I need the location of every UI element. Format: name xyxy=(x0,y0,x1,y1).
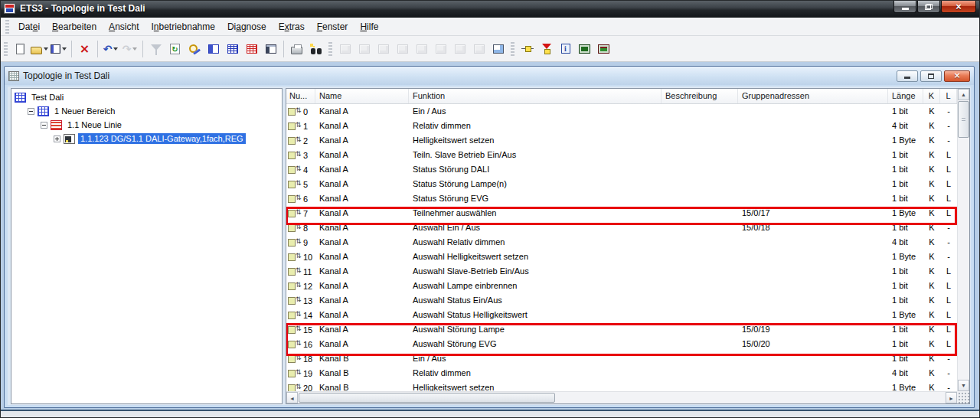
cell-k: K xyxy=(923,293,940,308)
minimize-button[interactable] xyxy=(893,1,916,13)
new-project-button[interactable] xyxy=(11,40,29,58)
cell-funktion: Auswahl Störung EVG xyxy=(409,337,662,351)
tree-node-linie[interactable]: 1.1 Neue Linie xyxy=(11,118,282,132)
scroll-up-icon[interactable]: ▲ xyxy=(958,89,969,100)
filter-button[interactable] xyxy=(147,40,165,58)
undo-caret[interactable] xyxy=(113,47,118,53)
comm-object-icon xyxy=(288,194,302,203)
col-header-l[interactable]: L xyxy=(940,89,957,103)
cell-name: Kanal B xyxy=(315,351,409,366)
col-header-grp[interactable]: Gruppenadressen xyxy=(738,89,888,103)
menu-inbetriebnahme[interactable]: Inbetriebnahme xyxy=(145,19,220,34)
topology-restore-button[interactable] xyxy=(920,70,942,82)
scroll-down-icon[interactable]: ▼ xyxy=(958,380,969,391)
horizontal-scrollbar[interactable]: ◄ ► xyxy=(286,391,957,403)
toolbar-gripper[interactable] xyxy=(328,42,332,56)
col-header-len[interactable]: Länge xyxy=(888,89,923,103)
connect-button[interactable] xyxy=(518,40,536,58)
open-project-caret[interactable] xyxy=(44,47,48,53)
topology-minimize-button[interactable] xyxy=(897,70,918,82)
horizontal-scroll-thumb[interactable] xyxy=(299,393,555,403)
table-view-button[interactable] xyxy=(224,40,241,58)
undo-button[interactable]: ↶ xyxy=(102,40,119,58)
menu-ansicht[interactable]: Ansicht xyxy=(103,19,145,34)
table-row-4[interactable]: 4Kanal AStatus Störung DALI1 bitKL xyxy=(286,162,957,177)
tree-node-bereich[interactable]: 1 Neuer Bereich xyxy=(11,104,282,118)
cell-k: K xyxy=(923,206,940,220)
menubar-gripper[interactable] xyxy=(5,20,9,34)
table-row-19[interactable]: 19Kanal BRelativ dimmen4 bitK- xyxy=(286,366,957,380)
table-row-7[interactable]: 7Kanal ATeilnehmer auswählen15/0/171 Byt… xyxy=(286,206,957,220)
diagnostics-monitor-button[interactable] xyxy=(576,40,593,58)
table-row-10[interactable]: 10Kanal AAuswahl Helligkeitswert setzen1… xyxy=(286,250,957,264)
group-addresses-view-button[interactable] xyxy=(243,40,260,58)
toolbar-gripper[interactable] xyxy=(4,42,8,56)
split-view-button[interactable] xyxy=(262,40,279,58)
open-project-button[interactable] xyxy=(31,40,48,58)
col-header-num[interactable]: Nu... xyxy=(286,89,315,103)
delete-button[interactable]: × xyxy=(76,40,93,58)
table-row-1[interactable]: 1Kanal ARelativ dimmen4 bitK- xyxy=(286,119,957,133)
view-shortcut-5-icon xyxy=(416,44,427,54)
cell-gruppenadressen xyxy=(738,250,888,264)
scroll-left-icon[interactable]: ◄ xyxy=(286,392,298,403)
bus-monitor-button[interactable] xyxy=(595,40,612,58)
device-info-button[interactable]: i xyxy=(557,40,574,58)
close-button[interactable]: × xyxy=(941,1,976,13)
table-row-5[interactable]: 5Kanal AStatus Störung Lampe(n)1 bitKL xyxy=(286,177,957,191)
project-catalog-button[interactable] xyxy=(50,40,67,58)
table-row-3[interactable]: 3Kanal ATeiln. Slave Betrieb Ein/Aus1 bi… xyxy=(286,148,957,162)
menu-extras[interactable]: Extras xyxy=(273,19,311,34)
table-row-14[interactable]: 14Kanal AAuswahl Status Helligkeitswert1… xyxy=(286,308,957,322)
tree-node-device[interactable]: 1.1.123 DG/S1.1 DALI-Gateway,1fach,REG xyxy=(11,132,282,145)
col-header-beschreibung[interactable]: Beschreibung xyxy=(662,89,738,103)
menu-diagnose[interactable]: Diagnose xyxy=(221,19,273,34)
table-row-16[interactable]: 16Kanal AAuswahl Störung EVG15/0/201 bit… xyxy=(286,337,957,351)
expand-icon[interactable] xyxy=(54,136,60,142)
cell-k: K xyxy=(923,250,940,264)
menu-datei[interactable]: Datei xyxy=(12,19,46,34)
cell-gruppenadressen xyxy=(738,177,888,191)
details-view-button[interactable] xyxy=(204,40,222,58)
table-row-13[interactable]: 13Kanal AAuswahl Status Ein/Aus1 bitKL xyxy=(286,293,957,308)
restore-button[interactable] xyxy=(917,1,940,13)
vertical-scrollbar[interactable]: ▲ ▼ xyxy=(957,89,969,391)
col-header-name[interactable]: Name xyxy=(315,89,409,103)
reload-button[interactable]: ↻ xyxy=(166,40,184,58)
print-button[interactable] xyxy=(288,40,305,58)
table-row-20[interactable]: 20Kanal BHelligkeitswert setzen1 ByteK- xyxy=(286,380,957,391)
cell-num: 14 xyxy=(286,308,315,322)
project-catalog-icon xyxy=(51,44,60,54)
table-row-11[interactable]: 11Kanal AAuswahl Slave-Betrieb Ein/Aus1 … xyxy=(286,264,957,279)
tree-node-project[interactable]: Test Dali xyxy=(11,90,282,104)
table-row-2[interactable]: 2Kanal AHelligkeitswert setzen1 ByteK- xyxy=(286,133,957,148)
preview-window-button[interactable] xyxy=(489,40,507,58)
download-button[interactable] xyxy=(537,40,555,58)
table-row-9[interactable]: 9Kanal AAuswahl Relativ dimmen4 bitK- xyxy=(286,235,957,250)
col-header-funktion[interactable]: Funktion xyxy=(409,89,662,103)
collapse-icon[interactable] xyxy=(28,108,34,115)
menu-fenster[interactable]: Fenster xyxy=(311,19,354,34)
menu-hilfe[interactable]: Hilfe xyxy=(354,19,384,34)
object-number: 9 xyxy=(303,238,308,247)
table-row-12[interactable]: 12Kanal AAuswahl Lampe einbrennen1 bitKL xyxy=(286,279,957,293)
toolbar-gripper[interactable] xyxy=(511,42,514,56)
table-row-0[interactable]: 0Kanal AEin / Aus1 bitK- xyxy=(286,104,957,119)
table-row-6[interactable]: 6Kanal AStatus Störung EVG1 bitKL xyxy=(286,191,957,206)
vertical-scroll-thumb[interactable] xyxy=(958,101,969,138)
col-header-k[interactable]: K xyxy=(923,89,940,103)
find-and-replace-button[interactable] xyxy=(185,40,203,58)
table-row-15[interactable]: 15Kanal AAuswahl Störung Lampe15/0/191 b… xyxy=(286,322,957,337)
table-row-18[interactable]: 18Kanal BEin / Aus1 bitK- xyxy=(286,351,957,366)
scroll-right-icon[interactable]: ► xyxy=(946,392,957,403)
menu-bearbeiten[interactable]: Bearbeiten xyxy=(46,19,103,34)
project-catalog-caret[interactable] xyxy=(62,47,67,53)
cell-beschreibung xyxy=(662,220,738,235)
comm-object-icon xyxy=(288,325,302,334)
table-row-8[interactable]: 8Kanal AAuswahl Ein / Aus15/0/181 bitK- xyxy=(286,220,957,235)
cell-funktion: Auswahl Status Ein/Aus xyxy=(409,293,662,308)
collapse-icon[interactable] xyxy=(41,122,47,129)
cell-num: 4 xyxy=(286,162,315,177)
find-button[interactable] xyxy=(307,40,325,58)
topology-close-button[interactable]: × xyxy=(944,70,970,82)
